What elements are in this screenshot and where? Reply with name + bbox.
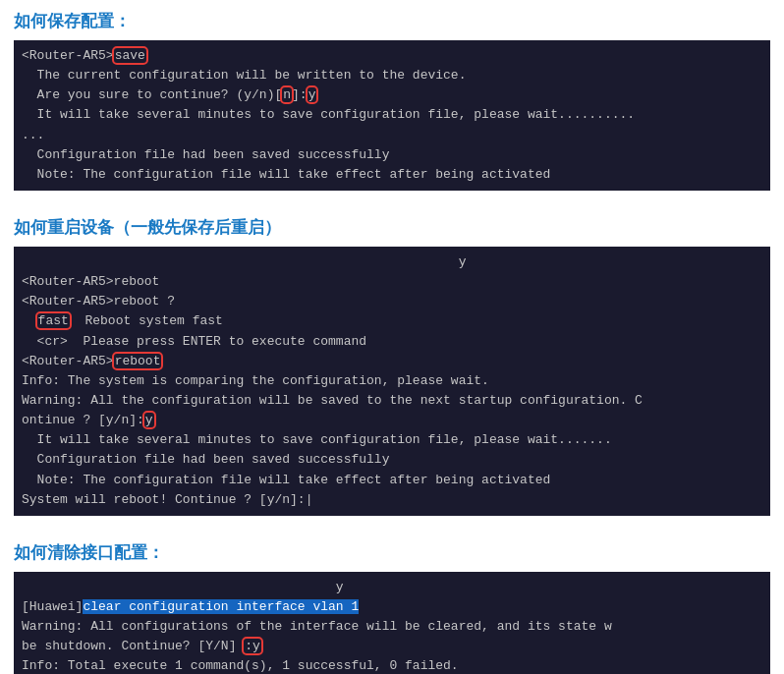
terminal-line: Info: Total execute 1 command(s), 1 succ… bbox=[22, 656, 762, 674]
terminal-line: The current configuration will be writte… bbox=[22, 66, 762, 85]
terminal-line: Note: The configuration file will take e… bbox=[22, 165, 762, 185]
prompt: <Router-AR5> bbox=[22, 48, 114, 63]
terminal-reboot: y <Router-AR5>reboot <Router-AR5>reboot … bbox=[14, 247, 770, 516]
section-save-config: 如何保存配置： <Router-AR5>save The current con… bbox=[0, 0, 784, 197]
terminal-line: Configuration file had been saved succes… bbox=[22, 145, 762, 165]
terminal-line: Note: The configuration file will take e… bbox=[22, 471, 762, 490]
terminal-line: be shutdown. Continue? [Y/N] :y bbox=[22, 637, 762, 656]
section-title-clear: 如何清除接口配置： bbox=[14, 541, 770, 564]
highlight-y: y bbox=[308, 87, 317, 102]
terminal-line: Configuration file had been saved succes… bbox=[22, 450, 762, 470]
terminal-line: <Router-AR5>reboot ? bbox=[22, 292, 762, 311]
highlight-save-cmd: save bbox=[114, 48, 146, 63]
terminal-line: Info: The system is comparing the config… bbox=[22, 371, 762, 391]
terminal-line: y bbox=[22, 253, 762, 272]
highlight-n: n bbox=[282, 87, 292, 102]
terminal-line: It will take several minutes to save con… bbox=[22, 430, 762, 450]
terminal-line: <Router-AR5>reboot bbox=[22, 272, 762, 292]
terminal-line: <cr> Please press ENTER to execute comma… bbox=[22, 332, 762, 352]
highlight-reboot-cmd: reboot bbox=[114, 354, 162, 368]
terminal-line: [Huawei]clear configuration interface vl… bbox=[22, 597, 762, 617]
terminal-save: <Router-AR5>save The current configurati… bbox=[14, 40, 770, 191]
terminal-line: Are you sure to continue? (y/n)[n]:y bbox=[22, 85, 762, 105]
highlight-y2: y bbox=[144, 413, 154, 427]
section-title-reboot: 如何重启设备（一般先保存后重启） bbox=[14, 216, 770, 239]
terminal-clear: y [Huawei]clear configuration interface … bbox=[14, 572, 770, 674]
terminal-line: System will reboot! Continue ? [y/n]:| bbox=[22, 490, 762, 510]
terminal-line: <Router-AR5>reboot bbox=[22, 352, 762, 371]
section-title-save: 如何保存配置： bbox=[14, 10, 770, 32]
section-clear-interface: 如何清除接口配置： y [Huawei]clear configuration … bbox=[0, 532, 784, 674]
terminal-line: Warning: All the configuration will be s… bbox=[22, 391, 762, 411]
terminal-line: y bbox=[22, 578, 762, 597]
gap2 bbox=[0, 522, 784, 532]
gap1 bbox=[0, 197, 784, 206]
section-reboot: 如何重启设备（一般先保存后重启） y <Router-AR5>reboot <R… bbox=[0, 206, 784, 522]
terminal-line: ontinue ? [y/n]:y bbox=[22, 411, 762, 430]
highlight-fast: fast bbox=[37, 313, 70, 328]
terminal-line: ... bbox=[22, 126, 762, 145]
terminal-line: It will take several minutes to save con… bbox=[22, 105, 762, 125]
highlight-clear-cmd: clear configuration interface vlan 1 bbox=[83, 599, 359, 614]
terminal-line: Warning: All configurations of the inter… bbox=[22, 617, 762, 637]
highlight-colon-y: :y bbox=[244, 639, 261, 653]
terminal-line: <Router-AR5>save bbox=[22, 46, 762, 66]
terminal-line: fast Reboot system fast bbox=[22, 311, 762, 331]
